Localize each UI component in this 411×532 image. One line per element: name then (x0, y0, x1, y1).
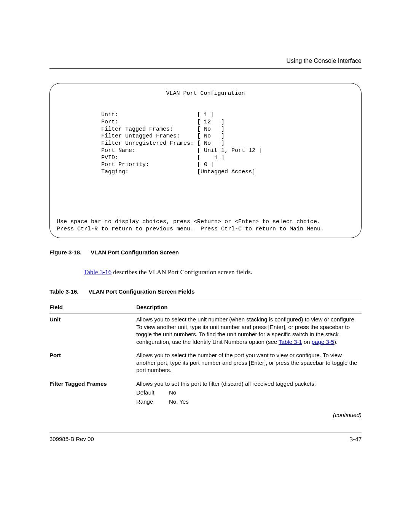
console-row: Port: [ 12 ] (57, 119, 225, 125)
console-screenshot: VLAN Port Configuration Unit: [ 1 ] Port… (49, 83, 362, 238)
console-row: Port Name: [ Unit 1, Port 12 ] (57, 147, 262, 154)
console-blank (57, 183, 60, 190)
figure-title: VLAN Port Configuration Screen (91, 249, 179, 256)
console-help: Press Ctrl-R to return to previous menu.… (57, 226, 324, 232)
col-header-field: Field (49, 301, 136, 313)
footer-rule (49, 433, 362, 433)
console-row: PVID: [ 1 ] (57, 155, 225, 161)
page: Using the Console Interface VLAN Port Co… (0, 0, 411, 466)
cross-ref-link[interactable]: Table 3-1 (279, 339, 302, 345)
intro-paragraph: Table 3-16 describes the VLAN Port Confi… (84, 268, 362, 276)
table-row: Port Allows you to select the number of … (49, 349, 362, 378)
running-header: Using the Console Interface (49, 57, 362, 68)
page-number: 3-47 (350, 435, 362, 444)
fields-table: Field Description Unit Allows you to sel… (49, 301, 362, 409)
console-row: Port Priority: [ 0 ] (57, 161, 214, 168)
console-blank (57, 197, 60, 204)
intro-rest: describes the VLAN Port Configuration sc… (112, 268, 252, 276)
header-rule (49, 68, 362, 69)
table-row: Unit Allows you to select the unit numbe… (49, 313, 362, 350)
doc-number: 309985-B Rev 00 (49, 435, 94, 444)
console-row: Filter Unregistered Frames: [ No ] (57, 140, 225, 147)
default-pair: DefaultNo (136, 389, 358, 396)
field-name: Filter Tagged Frames (49, 378, 136, 409)
figure-number: Figure 3-18. (49, 249, 81, 256)
col-header-description: Description (136, 301, 362, 313)
console-blank (57, 190, 60, 197)
figure-caption: Figure 3-18.VLAN Port Configuration Scre… (49, 249, 362, 256)
console-help: Use space bar to display choices, press … (57, 219, 320, 225)
field-name: Port (49, 349, 136, 378)
field-description: Allows you to select the unit number (wh… (136, 313, 362, 350)
console-row: Tagging: [Untagged Access] (57, 169, 255, 175)
console-row: Filter Untagged Frames: [ No ] (57, 133, 225, 139)
console-blank (57, 176, 60, 182)
console-blank (57, 204, 60, 211)
continued-indicator: (continued) (49, 411, 362, 419)
range-pair: RangeNo, Yes (136, 398, 358, 406)
console-row: Filter Tagged Frames: [ No ] (57, 126, 225, 133)
console-blank (57, 212, 60, 218)
page-footer: 309985-B Rev 00 3-47 (49, 435, 362, 444)
field-name: Unit (49, 313, 136, 350)
console-blank (57, 104, 60, 111)
page-ref-link[interactable]: page 3-5 (312, 339, 334, 345)
console-title: VLAN Port Configuration (57, 90, 354, 97)
field-description: Allows you to select the number of the p… (136, 349, 362, 378)
console-row: Unit: [ 1 ] (57, 112, 214, 118)
table-caption: Table 3-16.VLAN Port Configuration Scree… (49, 288, 362, 296)
table-row: Filter Tagged Frames Allows you to set t… (49, 378, 362, 409)
field-description: Allows you to set this port to filter (d… (136, 378, 362, 409)
table-number: Table 3-16. (49, 288, 78, 296)
table-title: VLAN Port Configuration Screen Fields (88, 288, 194, 295)
table-ref-link[interactable]: Table 3-16 (84, 268, 112, 276)
